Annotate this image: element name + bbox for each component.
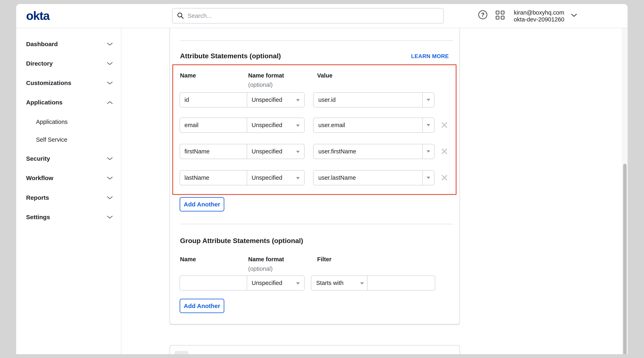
attribute-name-input[interactable] xyxy=(180,144,247,159)
dropdown-caret-icon xyxy=(426,99,430,101)
column-header-name-format: Name format xyxy=(248,72,284,79)
close-icon xyxy=(441,148,448,154)
browser-window: okta ? kiran@boxyhq.com okta-dev-2090126… xyxy=(16,4,628,354)
help-icon[interactable]: ? xyxy=(478,10,487,19)
learn-more-link[interactable]: LEARN MORE xyxy=(411,53,449,60)
chevron-down-icon xyxy=(107,62,113,65)
attribute-value-input[interactable] xyxy=(314,118,422,132)
sidebar-item-workflow[interactable]: Workflow xyxy=(16,172,121,184)
attribute-row: Unspecified xyxy=(180,144,459,159)
column-header-name: Name xyxy=(180,72,196,79)
next-section-card xyxy=(170,345,460,354)
sidebar-item-applications-sub[interactable]: Applications xyxy=(16,116,121,128)
dropdown-caret-icon xyxy=(296,177,300,179)
attribute-row: Unspecified xyxy=(180,92,459,108)
sidebar-item-customizations[interactable]: Customizations xyxy=(16,77,121,89)
column-hint-optional: (optional) xyxy=(248,81,273,89)
chevron-down-icon xyxy=(107,196,113,199)
app-switcher-icon[interactable] xyxy=(496,11,505,20)
okta-logo: okta xyxy=(26,6,49,26)
dropdown-caret-icon xyxy=(360,282,364,284)
group-name-input[interactable] xyxy=(180,276,247,290)
remove-row-button[interactable] xyxy=(440,147,449,156)
close-icon xyxy=(441,122,448,128)
value-dropdown-toggle[interactable] xyxy=(423,93,434,107)
value-dropdown-toggle[interactable] xyxy=(423,118,434,132)
sidebar-item-reports[interactable]: Reports xyxy=(16,192,121,204)
attribute-value-input[interactable] xyxy=(314,144,422,159)
chevron-up-icon xyxy=(107,101,113,104)
dropdown-caret-icon xyxy=(296,282,300,284)
group-attribute-row: Unspecified Starts with xyxy=(180,275,459,291)
sidebar-item-self-service[interactable]: Self Service xyxy=(16,134,121,146)
dropdown-caret-icon xyxy=(426,177,430,179)
add-another-group-attribute-button[interactable]: Add Another xyxy=(180,299,224,313)
add-another-attribute-button[interactable]: Add Another xyxy=(180,197,224,211)
sidebar-item-security[interactable]: Security xyxy=(16,153,121,165)
search-icon xyxy=(177,12,184,20)
sidebar-item-directory[interactable]: Directory xyxy=(16,58,121,70)
attribute-value-input[interactable] xyxy=(314,171,422,185)
column-header-filter: Filter xyxy=(317,256,332,263)
global-search xyxy=(172,8,444,24)
attribute-name-input[interactable] xyxy=(180,93,247,107)
value-dropdown-toggle[interactable] xyxy=(423,171,434,185)
chevron-down-icon xyxy=(107,216,113,219)
column-header-value: Value xyxy=(317,72,332,79)
user-email: kiran@boxyhq.com xyxy=(514,9,564,16)
name-format-select[interactable]: Unspecified xyxy=(247,118,304,132)
chevron-down-icon xyxy=(107,82,113,85)
column-header-name-format: Name format xyxy=(248,256,284,263)
group-name-format-select[interactable]: Unspecified xyxy=(247,276,304,290)
name-format-select[interactable]: Unspecified xyxy=(247,93,304,107)
filter-type-select[interactable]: Starts with xyxy=(311,276,367,290)
dropdown-caret-icon xyxy=(296,124,300,127)
org-name: okta-dev-20901260 xyxy=(514,16,564,23)
desktop-background: { "topbar": { "logo_text": "okta", "sear… xyxy=(0,0,644,358)
top-bar: okta ? kiran@boxyhq.com okta-dev-2090126… xyxy=(16,4,628,28)
account-menu[interactable]: kiran@boxyhq.com okta-dev-20901260 xyxy=(511,9,567,23)
column-hint-optional: (optional) xyxy=(248,265,273,272)
filter-value-input[interactable] xyxy=(368,276,435,290)
attribute-row: Unspecified xyxy=(180,170,459,185)
sidebar-item-dashboard[interactable]: Dashboard xyxy=(16,38,121,50)
account-chevron-down-icon[interactable] xyxy=(571,14,577,17)
attribute-name-input[interactable] xyxy=(180,118,247,132)
attribute-statements-title: Attribute Statements (optional) xyxy=(180,52,281,60)
saml-settings-card: Attribute Statements (optional) LEARN MO… xyxy=(170,28,460,324)
attribute-value-input[interactable] xyxy=(314,93,422,107)
sidebar-item-settings[interactable]: Settings xyxy=(16,211,121,223)
dropdown-caret-icon xyxy=(296,99,300,101)
sidebar-nav: Dashboard Directory Customizations Appli… xyxy=(16,28,121,354)
close-icon xyxy=(441,175,448,181)
scrollbar-track[interactable] xyxy=(622,28,628,354)
chevron-down-icon xyxy=(107,43,113,46)
section-stub xyxy=(174,351,188,354)
scrollbar-thumb[interactable] xyxy=(623,164,626,354)
dropdown-caret-icon xyxy=(426,150,430,153)
group-attribute-statements-title: Group Attribute Statements (optional) xyxy=(180,237,303,245)
remove-row-button[interactable] xyxy=(440,121,449,130)
section-divider xyxy=(180,224,453,224)
attribute-row: Unspecified xyxy=(180,118,459,133)
sidebar-item-applications[interactable]: Applications xyxy=(16,96,121,109)
dropdown-caret-icon xyxy=(426,124,430,126)
search-input[interactable] xyxy=(188,10,443,22)
column-header-name: Name xyxy=(180,256,196,263)
attribute-name-input[interactable] xyxy=(180,171,247,185)
name-format-select[interactable]: Unspecified xyxy=(247,144,304,159)
chevron-down-icon xyxy=(107,177,113,180)
value-dropdown-toggle[interactable] xyxy=(423,144,434,159)
remove-row-button[interactable] xyxy=(440,173,449,182)
section-divider xyxy=(180,41,453,41)
name-format-select[interactable]: Unspecified xyxy=(247,171,304,185)
dropdown-caret-icon xyxy=(296,151,300,153)
chevron-down-icon xyxy=(107,157,113,160)
